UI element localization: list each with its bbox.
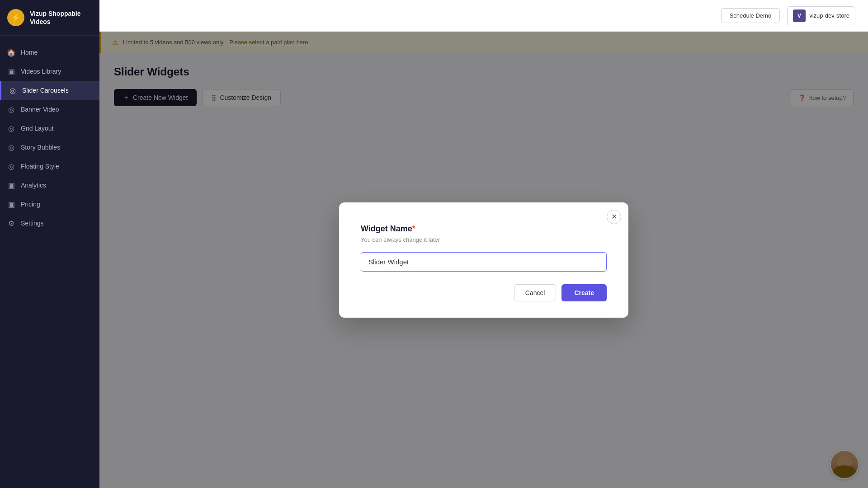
modal-hint: You can always change it later	[361, 236, 607, 243]
pricing-icon: ▣	[7, 200, 15, 208]
modal-close-button[interactable]: ✕	[607, 210, 621, 224]
sidebar-item-label: Videos Library	[21, 68, 61, 75]
story-icon: ◎	[7, 143, 15, 151]
sidebar: ⚡ Vizup Shoppable Videos 🏠 Home ▣ Videos…	[0, 0, 99, 488]
sidebar-item-label: Floating Style	[21, 163, 59, 170]
logo-icon: ⚡	[7, 9, 24, 26]
modal-overlay[interactable]: ✕ Widget Name* You can always change it …	[99, 32, 868, 488]
sidebar-item-banner-video[interactable]: ◎ Banner Video	[0, 100, 99, 119]
sidebar-item-label: Slider Carousels	[22, 87, 69, 94]
grid-icon: ◎	[7, 124, 15, 132]
sidebar-item-label: Analytics	[21, 182, 46, 189]
sidebar-item-label: Banner Video	[21, 106, 59, 113]
sidebar-item-floating-style[interactable]: ◎ Floating Style	[0, 157, 99, 176]
sidebar-item-videos-library[interactable]: ▣ Videos Library	[0, 62, 99, 81]
main-area: Schedule Demo V vizup-dev-store ⚠ Limite…	[99, 0, 868, 488]
sidebar-item-label: Settings	[21, 220, 44, 227]
sidebar-item-label: Grid Layout	[21, 125, 53, 132]
modal-title: Widget Name*	[361, 224, 607, 234]
sidebar-item-label: Home	[21, 49, 38, 56]
content-area: ⚠ Limited to 5 videos and 500 views only…	[99, 32, 868, 488]
widget-name-input[interactable]	[361, 252, 607, 272]
logo-text: Vizup Shoppable Videos	[30, 9, 81, 26]
sidebar-item-pricing[interactable]: ▣ Pricing	[0, 195, 99, 214]
slider-icon: ◎	[9, 86, 17, 94]
sidebar-item-story-bubbles[interactable]: ◎ Story Bubbles	[0, 138, 99, 157]
sidebar-nav: 🏠 Home ▣ Videos Library ◎ Slider Carouse…	[0, 36, 99, 488]
sidebar-item-slider-carousels[interactable]: ◎ Slider Carousels	[0, 81, 99, 100]
cancel-button[interactable]: Cancel	[514, 284, 557, 301]
sidebar-item-settings[interactable]: ⚙ Settings	[0, 214, 99, 233]
analytics-icon: ▣	[7, 181, 15, 189]
banner-icon: ◎	[7, 105, 15, 113]
videos-icon: ▣	[7, 67, 15, 75]
home-icon: 🏠	[7, 48, 15, 56]
required-marker: *	[412, 224, 415, 233]
user-badge[interactable]: V vizup-dev-store	[787, 6, 855, 25]
sidebar-item-label: Pricing	[21, 201, 40, 208]
sidebar-logo: ⚡ Vizup Shoppable Videos	[0, 0, 99, 36]
sidebar-item-grid-layout[interactable]: ◎ Grid Layout	[0, 119, 99, 138]
user-avatar-initial: V	[793, 9, 806, 22]
floating-icon: ◎	[7, 162, 15, 170]
schedule-demo-button[interactable]: Schedule Demo	[721, 8, 780, 23]
modal-actions: Cancel Create	[361, 284, 607, 301]
settings-icon: ⚙	[7, 219, 15, 227]
sidebar-item-label: Story Bubbles	[21, 144, 60, 151]
create-widget-modal: ✕ Widget Name* You can always change it …	[339, 202, 628, 318]
header: Schedule Demo V vizup-dev-store	[99, 0, 868, 32]
user-store-name: vizup-dev-store	[809, 12, 849, 19]
sidebar-item-analytics[interactable]: ▣ Analytics	[0, 176, 99, 195]
sidebar-item-home[interactable]: 🏠 Home	[0, 43, 99, 62]
create-button[interactable]: Create	[561, 284, 607, 301]
